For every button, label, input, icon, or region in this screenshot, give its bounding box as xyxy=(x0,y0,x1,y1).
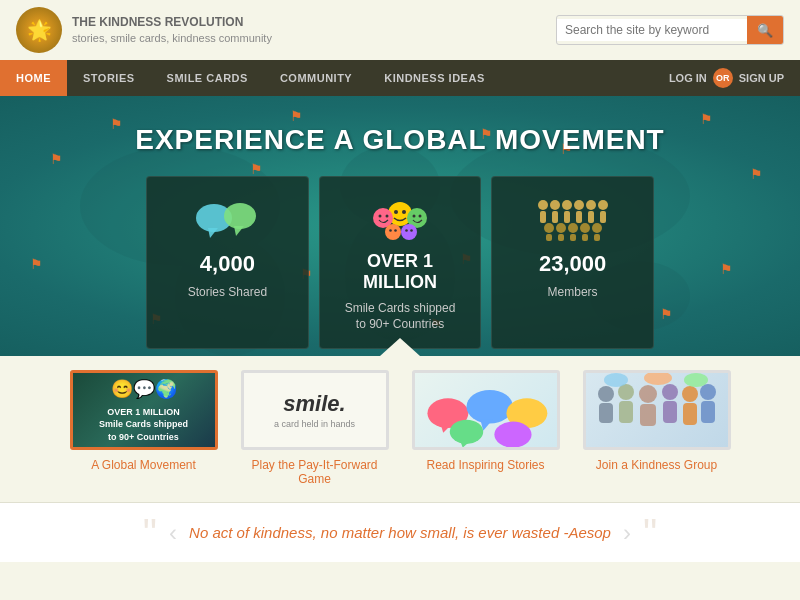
svg-marker-54 xyxy=(459,440,470,447)
svg-point-18 xyxy=(418,215,421,218)
members-icon xyxy=(533,193,613,243)
search-button[interactable]: 🔍 xyxy=(747,16,783,44)
svg-point-41 xyxy=(568,223,578,233)
nav-item-kindness-ideas[interactable]: KINDNESS IDEAS xyxy=(368,60,501,96)
svg-rect-66 xyxy=(683,403,697,425)
svg-rect-40 xyxy=(558,234,564,241)
svg-point-37 xyxy=(544,223,554,233)
svg-rect-62 xyxy=(640,404,656,426)
svg-point-27 xyxy=(550,200,560,210)
quote-left-mark: " xyxy=(143,513,157,553)
stat-card-members: 23,000 Members xyxy=(491,176,654,349)
svg-point-35 xyxy=(598,200,608,210)
svg-rect-46 xyxy=(594,234,600,241)
svg-point-17 xyxy=(412,215,415,218)
feature-card-pay-it-forward[interactable]: smile. a card held in hands Play the Pay… xyxy=(237,370,392,486)
signup-link[interactable]: SIGN UP xyxy=(739,72,784,84)
quote-text: No act of kindness, no matter how small,… xyxy=(189,524,611,541)
svg-marker-9 xyxy=(234,226,244,236)
svg-point-33 xyxy=(586,200,596,210)
features-section: 😊💬🌍 OVER 1 MILLION Smile Cards shipped t… xyxy=(0,356,800,496)
svg-point-11 xyxy=(394,210,398,214)
members-label: Members xyxy=(548,285,598,301)
svg-point-71 xyxy=(684,373,708,387)
stat-card-cards: OVER 1 MILLION Smile Cards shipped to 90… xyxy=(319,176,482,349)
svg-rect-42 xyxy=(570,234,576,241)
feature-label-pay-it-forward: Play the Pay-It-Forward Game xyxy=(237,458,392,486)
svg-marker-7 xyxy=(208,228,218,238)
stories-number: 4,000 xyxy=(200,251,255,277)
svg-point-45 xyxy=(592,223,602,233)
nav-right: LOG IN OR SIGN UP xyxy=(669,68,800,88)
feature-card-kindness[interactable]: Join a Kindness Group xyxy=(579,370,734,486)
svg-point-15 xyxy=(385,215,388,218)
svg-rect-60 xyxy=(619,401,633,423)
svg-point-14 xyxy=(378,215,381,218)
feature-img-stories xyxy=(412,370,560,450)
next-quote-button[interactable]: › xyxy=(623,519,631,547)
svg-point-65 xyxy=(682,386,698,402)
svg-rect-68 xyxy=(701,401,715,423)
svg-rect-44 xyxy=(582,234,588,241)
svg-point-57 xyxy=(598,386,614,402)
cards-icon xyxy=(365,193,435,243)
members-number: 23,000 xyxy=(539,251,606,277)
svg-point-22 xyxy=(401,224,417,240)
svg-point-49 xyxy=(466,390,512,423)
quote-section: " ‹ No act of kindness, no matter how sm… xyxy=(0,502,800,562)
svg-point-61 xyxy=(639,385,657,403)
feature-img-pay-it-forward: smile. a card held in hands xyxy=(241,370,389,450)
svg-rect-30 xyxy=(564,211,570,223)
svg-rect-64 xyxy=(663,401,677,423)
hero-title: EXPERIENCE A GLOBAL MOVEMENT xyxy=(135,124,664,156)
svg-rect-36 xyxy=(600,211,606,223)
svg-point-20 xyxy=(389,229,392,232)
logo-icon: 🌟 xyxy=(16,7,62,53)
svg-point-8 xyxy=(224,203,256,229)
main-nav: HOME STORIES SMILE CARDS COMMUNITY KINDN… xyxy=(0,60,800,96)
nav-item-home[interactable]: HOME xyxy=(0,60,67,96)
login-link[interactable]: LOG IN xyxy=(669,72,707,84)
cards-label: Smile Cards shipped to 90+ Countries xyxy=(340,301,461,332)
svg-rect-38 xyxy=(546,234,552,241)
hero-section: ⚑ ⚑ ⚑ ⚑ ⚑ ⚑ ⚑ ⚑ ⚑ ⚑ ⚑ ⚑ ⚑ ⚑ ⚑ EXPERIENCE… xyxy=(0,96,800,356)
header: 🌟 THE KINDNESS REVOLUTION stories, smile… xyxy=(0,0,800,60)
feature-label-stories: Read Inspiring Stories xyxy=(426,458,544,472)
feature-label-kindness: Join a Kindness Group xyxy=(596,458,717,472)
feature-card-stories[interactable]: Read Inspiring Stories xyxy=(408,370,563,486)
feature-label-movement: A Global Movement xyxy=(91,458,196,472)
nav-item-community[interactable]: COMMUNITY xyxy=(264,60,368,96)
svg-point-12 xyxy=(402,210,406,214)
nav-item-smile-cards[interactable]: SMILE CARDS xyxy=(151,60,264,96)
search-input[interactable] xyxy=(557,19,747,41)
cards-number: OVER 1 MILLION xyxy=(340,251,461,293)
stories-label: Stories Shared xyxy=(188,285,267,301)
svg-point-63 xyxy=(662,384,678,400)
nav-item-stories[interactable]: STORIES xyxy=(67,60,151,96)
feature-img-movement: 😊💬🌍 OVER 1 MILLION Smile Cards shipped t… xyxy=(70,370,218,450)
stats-row: 4,000 Stories Shared xyxy=(86,176,714,349)
site-title: THE KINDNESS REVOLUTION stories, smile c… xyxy=(72,14,272,46)
search-bar: 🔍 xyxy=(556,15,784,45)
svg-point-31 xyxy=(574,200,584,210)
svg-point-67 xyxy=(700,384,716,400)
stories-icon xyxy=(192,193,262,243)
svg-point-29 xyxy=(562,200,572,210)
svg-point-69 xyxy=(604,373,628,387)
hero-bottom-arrow xyxy=(380,338,420,356)
svg-point-43 xyxy=(580,223,590,233)
prev-quote-button[interactable]: ‹ xyxy=(169,519,177,547)
svg-point-55 xyxy=(494,422,531,448)
feature-card-movement[interactable]: 😊💬🌍 OVER 1 MILLION Smile Cards shipped t… xyxy=(66,370,221,486)
stat-card-stories: 4,000 Stories Shared xyxy=(146,176,309,349)
svg-rect-28 xyxy=(552,211,558,223)
svg-point-39 xyxy=(556,223,566,233)
feature-img-kindness xyxy=(583,370,731,450)
svg-rect-26 xyxy=(540,211,546,223)
svg-point-25 xyxy=(538,200,548,210)
svg-point-19 xyxy=(385,224,401,240)
svg-rect-34 xyxy=(588,211,594,223)
logo-area: 🌟 THE KINDNESS REVOLUTION stories, smile… xyxy=(16,7,272,53)
svg-rect-58 xyxy=(599,403,613,423)
svg-point-24 xyxy=(410,229,413,232)
